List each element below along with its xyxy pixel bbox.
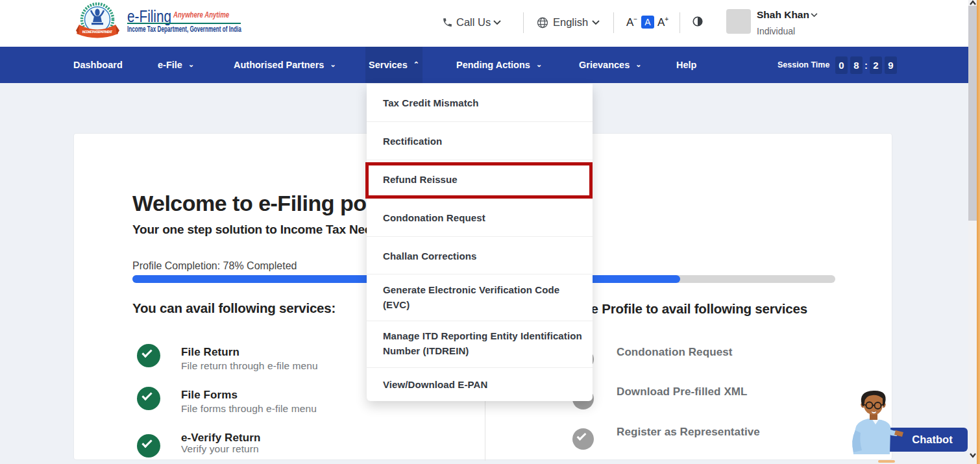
svg-text:INCOME TAX DEPARTMENT: INCOME TAX DEPARTMENT [82,30,112,34]
